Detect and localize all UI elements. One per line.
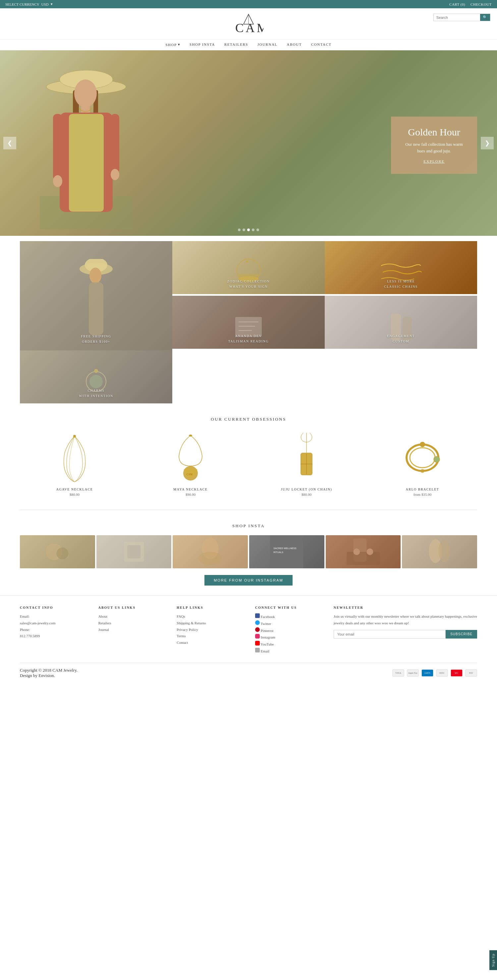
about-link-0[interactable]: About [99, 613, 170, 620]
footer-newsletter: NEWSLETTER Join us virtually with our mo… [334, 606, 477, 655]
insta-image-4: SACRED WELLNESS RITUALS [249, 535, 324, 568]
svg-point-8 [74, 80, 97, 107]
grid-item-chains[interactable]: LESS IS MORE CLASSIC CHAINS [325, 241, 477, 294]
hero-prev-button[interactable]: ❮ [3, 137, 16, 150]
hero-dot-1[interactable] [238, 229, 241, 231]
payment-mc: MC [451, 669, 462, 677]
social-youtube[interactable]: YouTube [255, 641, 327, 648]
svg-rect-11 [69, 114, 104, 212]
maya-price: $90.00 [136, 493, 245, 496]
hero-cta[interactable]: EXPLORE [424, 159, 444, 163]
svg-text:★: ★ [245, 259, 249, 264]
insta-image-3 [173, 535, 248, 568]
social-instagram[interactable]: Instagram [255, 634, 327, 641]
svg-point-35 [189, 434, 192, 436]
newsletter-subscribe-button[interactable]: SUBSCRIBE [446, 630, 477, 638]
youtube-icon [255, 641, 260, 646]
shop-insta-section: SHOP INSTA SACRED WELLNESS RITUALS [0, 517, 497, 595]
hero-dot-3[interactable] [247, 229, 250, 231]
payment-amex: AMEX [421, 669, 433, 677]
shipping-person-icon [76, 259, 116, 345]
svg-point-49 [56, 547, 68, 559]
more-instagram-button[interactable]: MORE FROM OUR INSTAGRAM [204, 575, 293, 585]
cart-link[interactable]: CART (0) [449, 2, 465, 6]
insta-item-2[interactable] [96, 535, 172, 568]
agave-price: $80.00 [20, 493, 129, 496]
svg-point-15 [111, 169, 119, 180]
contact-phone: Phone: 812.770.5899 [20, 627, 92, 640]
grid-item-engagement[interactable]: ENGAGEMENT CUSTOM [325, 296, 477, 349]
logo-svg: CAM [234, 11, 263, 35]
products-grid: AGAVE NECKLACE $80.00 CAM MAYA NECKLACE … [20, 431, 477, 496]
search-bar[interactable]: 🔍 [433, 14, 491, 21]
help-link-4[interactable]: Contact [177, 640, 248, 646]
hero-next-button[interactable]: ❯ [481, 137, 494, 150]
footer-connect: CONNECT WITH US Facebook Twitter Pintere… [255, 606, 327, 655]
maya-image: CAM [136, 431, 245, 484]
hero-dot-2[interactable] [242, 229, 245, 231]
help-link-3[interactable]: Terms [177, 633, 248, 640]
payment-icons: VISA Apple Pay AMEX DISC MC PAY [392, 669, 477, 677]
nav-journal[interactable]: JOURNAL [258, 42, 278, 47]
product-maya[interactable]: CAM MAYA NECKLACE $90.00 [136, 431, 245, 496]
footer-contact: CONTACT INFO Email: sales@cam-jewelry.co… [20, 606, 92, 655]
arlo-image [368, 431, 477, 484]
nav-contact[interactable]: CONTACT [311, 42, 332, 47]
help-link-2[interactable]: Privacy Policy [177, 627, 248, 633]
search-input[interactable] [434, 14, 480, 21]
insta-item-6[interactable] [402, 535, 477, 568]
obsessions-section: OUR CURRENT OBSESSIONS AGAVE NECKLACE $8… [0, 403, 497, 503]
checkout-link[interactable]: CHECKOUT [470, 2, 492, 6]
contact-email-link[interactable]: sales@cam-jewelry.com [20, 620, 92, 627]
svg-text:CAM: CAM [235, 21, 263, 35]
grid-item-charms[interactable]: CHARMS WITH INTENTION [20, 350, 172, 403]
grid-item-shipping[interactable]: FREE SHIPPING ORDERS $100+ [20, 241, 172, 350]
newsletter-email-input[interactable] [334, 630, 446, 638]
product-juju[interactable]: JUJU LOCKET (ON CHAIN) $80.00 [252, 431, 361, 496]
instagram-icon [255, 634, 260, 638]
svg-rect-58 [347, 552, 380, 565]
payment-visa: VISA [392, 669, 404, 677]
insta-item-1[interactable] [20, 535, 95, 568]
arlo-name: ARLO BRACELET [368, 487, 477, 491]
nav-shop-insta[interactable]: SHOP INSTA [190, 42, 215, 47]
help-link-1[interactable]: Shipping & Returns [177, 620, 248, 627]
grid-item-ananda[interactable]: ANANDA DEV TALISMAN READING [172, 296, 325, 349]
product-arlo[interactable]: ARLO BRACELET from $35.00 [368, 431, 477, 496]
hero-dots [238, 229, 259, 231]
facebook-icon [255, 613, 260, 618]
social-email[interactable]: Email [255, 648, 327, 655]
svg-point-60 [366, 549, 373, 555]
agave-image [20, 431, 129, 484]
about-link-1[interactable]: Retailers [99, 620, 170, 627]
nav-retailers[interactable]: RETAILERS [224, 42, 248, 47]
insta-image-1 [20, 535, 95, 568]
hero-dot-5[interactable] [256, 229, 259, 231]
juju-image [252, 431, 361, 484]
social-facebook[interactable]: Facebook [255, 613, 327, 620]
product-agave[interactable]: AGAVE NECKLACE $80.00 [20, 431, 129, 496]
insta-item-5[interactable] [326, 535, 401, 568]
svg-text:SACRED WELLNESS: SACRED WELLNESS [273, 547, 296, 549]
agave-necklace-svg [58, 433, 91, 482]
search-button[interactable]: 🔍 [480, 14, 490, 21]
currency-value: USD [41, 2, 49, 6]
help-link-0[interactable]: FAQs [177, 613, 248, 620]
nav-about[interactable]: ABOUT [287, 42, 302, 47]
payment-generic: PAY [465, 669, 477, 677]
social-pinterest[interactable]: Pinterest [255, 627, 327, 634]
insta-item-4[interactable]: SACRED WELLNESS RITUALS [249, 535, 324, 568]
social-twitter[interactable]: Twitter [255, 620, 327, 627]
currency-selector[interactable]: SELECT CURRENCY USD ▾ [5, 2, 53, 6]
logo[interactable]: CAM [234, 11, 263, 37]
engagement-label: ENGAGEMENT CUSTOM [325, 334, 477, 344]
contact-phone-link[interactable]: 812.770.5899 [20, 633, 92, 640]
insta-item-3[interactable] [173, 535, 248, 568]
svg-point-32 [94, 369, 98, 373]
about-link-2[interactable]: Journal [99, 627, 170, 633]
nav-shop[interactable]: SHOP ▾ [165, 42, 180, 47]
grid-item-zodiac[interactable]: ★ ZODIAC COLLECTION WHAT'S YOUR SIGN [172, 241, 325, 294]
payment-discover: DISC [436, 669, 448, 677]
section-divider [20, 510, 477, 510]
hero-dot-4[interactable] [252, 229, 255, 231]
